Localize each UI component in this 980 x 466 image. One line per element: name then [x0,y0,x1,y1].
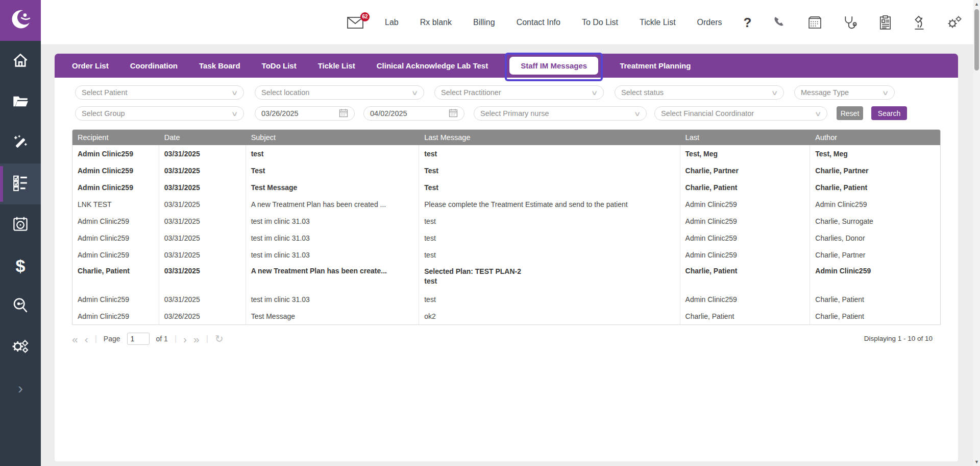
sidebar-item-appointments[interactable] [0,204,41,245]
sidebar-item-settings[interactable] [0,327,41,368]
column-header-last-message[interactable]: Last Message [419,130,680,145]
cell-author: Admin Clinic259 [810,263,940,291]
column-header-last[interactable]: Last [680,130,811,145]
tab-tickle-list[interactable]: Tickle List [318,61,355,70]
select-financial-coordinator-placeholder: Select Financial Coordinator [661,109,754,118]
first-page-button[interactable]: « [72,334,78,344]
chevron-down-icon: ∨ [815,110,822,118]
next-page-button[interactable]: › [183,334,187,344]
cell-subject: test im clinic 31.03 [246,246,420,263]
cell-author: Charlie, Surrogate [810,213,940,229]
refresh-icon[interactable]: ↻ [215,333,224,345]
cell-author: Charlies, Donor [810,229,940,246]
tab-task-board[interactable]: Task Board [199,61,240,70]
tab-order-list[interactable]: Order List [72,61,109,70]
select-group-dropdown[interactable]: Select Group ∨ [75,106,244,121]
tab-clinical-acknowledge-lab-test[interactable]: Clinical Acknowledge Lab Test [377,61,488,70]
cell-subject: A new Treatment Plan has been create... [246,263,420,291]
message-type-dropdown[interactable]: Message Type ∨ [794,85,895,100]
cell-subject: test im clinic 31.03 [246,213,420,229]
scrollbar-thumb[interactable] [974,9,979,71]
vertical-scrollbar[interactable]: ▲ ▼ [973,0,980,466]
cell-subject: test im clinic 31.03 [246,229,420,246]
table-row[interactable]: Admin Clinic259 03/31/2025 test im clini… [72,246,940,263]
sidebar-item-task-lists[interactable] [0,164,41,204]
chevron-down-icon: ∨ [231,110,238,118]
nav-contact-info[interactable]: Contact Info [517,18,560,27]
cell-subject: A new Treatment Plan has been created ..… [246,196,420,213]
cell-last: Charlie, Patient [680,308,811,324]
date-to-value: 04/02/2025 [370,109,407,118]
cell-last-message: ok2 [419,308,680,324]
nav-billing[interactable]: Billing [473,18,495,27]
cell-recipient: Admin Clinic259 [72,145,159,162]
table-row[interactable]: Admin Clinic259 03/31/2025 Test Message … [72,179,940,196]
settings-gears-icon[interactable] [947,15,962,30]
help-icon[interactable]: ? [744,15,752,31]
select-primary-nurse-dropdown[interactable]: Select Primary nurse ∨ [474,106,647,121]
page-number-input[interactable] [127,333,150,345]
chevron-down-icon: ∨ [591,89,598,97]
column-header-author[interactable]: Author [810,130,940,145]
select-location-dropdown[interactable]: Select location ∨ [255,85,424,100]
table-row[interactable]: Admin Clinic259 03/31/2025 test test Tes… [72,145,940,162]
pager-separator: | [95,334,97,343]
cell-recipient: LNK TEST [72,196,159,213]
sidebar-item-patients[interactable] [0,82,41,123]
nav-rx-blank[interactable]: Rx blank [420,18,452,27]
clinic-logo[interactable] [0,0,41,41]
cell-recipient: Admin Clinic259 [72,291,159,308]
scroll-up-arrow-icon[interactable]: ▲ [973,2,980,7]
nav-to-do-list[interactable]: To Do List [582,18,618,27]
mail-badge: 62 [360,12,370,21]
cell-last-message: test [419,213,680,229]
table-row[interactable]: Charlie, Patient 03/31/2025 A new Treatm… [72,263,940,291]
cell-subject: test im clinic 31.03 [246,291,420,308]
select-status-dropdown[interactable]: Select status ∨ [615,85,784,100]
scroll-down-arrow-icon[interactable]: ▼ [973,459,980,464]
microscope-icon[interactable] [913,15,925,30]
column-header-date[interactable]: Date [159,130,246,145]
tab-coordination[interactable]: Coordination [130,61,178,70]
date-from-input[interactable]: 03/26/2025 [255,106,355,121]
nav-orders[interactable]: Orders [697,18,722,27]
table-row[interactable]: Admin Clinic259 03/31/2025 test im clini… [72,291,940,308]
column-header-recipient[interactable]: Recipient [72,130,159,145]
nav-lab[interactable]: Lab [385,18,399,27]
column-header-subject[interactable]: Subject [246,130,420,145]
sidebar-item-billing[interactable]: $ [0,245,41,286]
table-row[interactable]: Admin Clinic259 03/31/2025 Test Test Cha… [72,162,940,179]
prev-page-button[interactable]: ‹ [85,334,88,344]
sidebar-expand[interactable]: › [0,368,41,409]
date-to-input[interactable]: 04/02/2025 [363,106,464,121]
cell-last-message: test [419,291,680,308]
tab-todo-list[interactable]: ToDo List [262,61,297,70]
sidebar-item-orders[interactable] [0,123,41,164]
stethoscope-icon[interactable] [843,15,857,30]
table-row[interactable]: Admin Clinic259 03/31/2025 test im clini… [72,229,940,246]
phone-icon[interactable] [773,16,787,30]
tab-staff-im-messages[interactable]: Staff IM Messages [509,57,598,75]
select-patient-placeholder: Select Patient [82,88,127,97]
reset-button[interactable]: Reset [837,106,863,120]
sidebar-item-search[interactable] [0,286,41,327]
nav-tickle-list[interactable]: Tickle List [640,18,676,27]
table-row[interactable]: Admin Clinic259 03/26/2025 Test Message … [72,308,940,324]
mail-icon[interactable]: 62 [347,17,363,29]
calendar-icon[interactable] [808,16,822,30]
table-row[interactable]: Admin Clinic259 03/31/2025 test im clini… [72,213,940,229]
select-financial-coordinator-dropdown[interactable]: Select Financial Coordinator ∨ [654,106,827,121]
tab-treatment-planning[interactable]: Treatment Planning [620,61,691,70]
last-message-line2: test [424,276,521,286]
search-button[interactable]: Search [871,106,907,120]
cell-last: Charlie, Patient [680,179,811,196]
table-row[interactable]: LNK TEST 03/31/2025 A new Treatment Plan… [72,196,940,213]
last-page-button[interactable]: » [193,334,200,344]
top-header: 62 Lab Rx blank Billing Contact Info To … [41,0,973,45]
cell-subject: Test [246,162,420,179]
displaying-count-label: Displaying 1 - 10 of 10 [864,335,933,342]
select-patient-dropdown[interactable]: Select Patient ∨ [75,85,244,100]
prescription-clipboard-icon[interactable] [879,15,892,30]
select-practitioner-dropdown[interactable]: Select Practitioner ∨ [434,85,604,100]
sidebar-item-home[interactable] [0,41,41,82]
